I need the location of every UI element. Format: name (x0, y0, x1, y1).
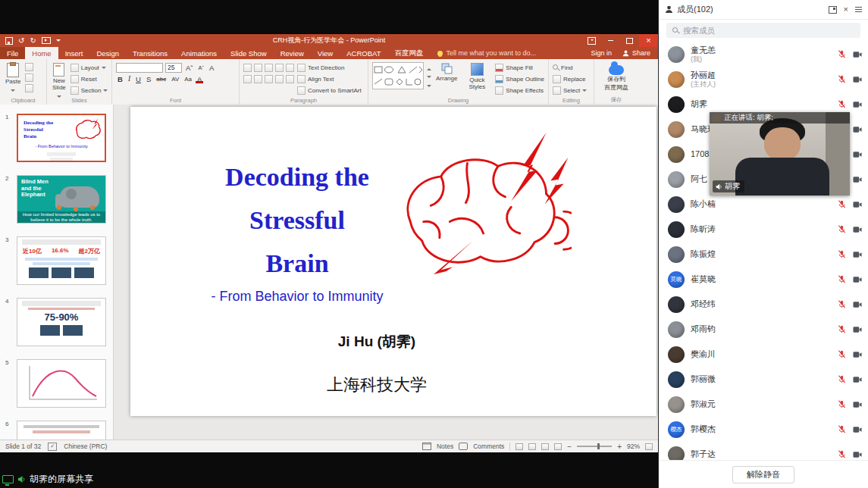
sign-in-link[interactable]: Sign in (591, 49, 612, 57)
slide-thumbnail-1[interactable]: Decoding the Stressful Brain - From Beha… (17, 114, 106, 162)
section-button[interactable]: Section (71, 86, 108, 95)
slide-thumbnail-2[interactable]: Blind Men and the Elephant How our limit… (17, 175, 106, 224)
ribbon-tab[interactable]: Design (89, 47, 126, 59)
member-row[interactable]: 孙丽超 (主持人) (659, 67, 868, 92)
ribbon-tab[interactable]: Review (274, 47, 311, 59)
find-button[interactable]: Find (553, 63, 587, 72)
zoom-slider-handle[interactable] (597, 443, 600, 449)
bullets-icon[interactable] (243, 64, 252, 72)
align-text-button[interactable]: Align Text (297, 74, 362, 83)
search-input[interactable] (666, 23, 860, 38)
speaker-video[interactable]: 正在讲话: 胡霁; 胡霁 (710, 112, 850, 196)
close-panel-icon[interactable]: × (844, 5, 848, 14)
camera-icon[interactable] (853, 176, 862, 183)
comments-icon[interactable] (459, 443, 468, 450)
shrink-font-icon[interactable]: Aˇ (197, 64, 206, 71)
arrange-button[interactable]: Arrange (434, 62, 459, 83)
close-button[interactable]: × (639, 34, 658, 47)
align-right-icon[interactable] (265, 75, 273, 83)
mic-muted-icon[interactable] (838, 375, 846, 383)
mic-muted-icon[interactable] (838, 275, 846, 283)
mic-muted-icon[interactable] (838, 50, 846, 58)
mic-muted-icon[interactable] (838, 225, 846, 233)
mic-muted-icon[interactable] (838, 100, 846, 108)
camera-icon[interactable] (853, 251, 862, 258)
mic-muted-icon[interactable] (838, 425, 846, 433)
member-row[interactable]: 樊渝川 (659, 342, 868, 367)
shapes-scroll[interactable] (427, 62, 431, 91)
quick-styles-button[interactable]: Quick Styles (462, 62, 492, 92)
font-size-combo[interactable]: 25 (165, 63, 182, 73)
camera-icon[interactable] (853, 326, 862, 333)
columns-icon[interactable] (286, 75, 294, 83)
tell-me-box[interactable]: Tell me what you want to do... (430, 47, 544, 59)
slide-thumbnail-6[interactable] (17, 421, 106, 440)
ribbon-tab[interactable]: 百度网盘 (387, 47, 430, 59)
unmute-button[interactable]: 解除静音 (732, 466, 794, 483)
grow-font-icon[interactable]: Aˆ (184, 64, 195, 72)
font-color-button[interactable]: A (196, 75, 203, 83)
member-row[interactable]: 邓经纬 (659, 292, 868, 317)
reading-view-icon[interactable] (541, 443, 549, 450)
shapes-gallery[interactable] (372, 62, 424, 89)
bold-button[interactable]: B (116, 75, 124, 83)
notes-button[interactable]: Notes (437, 443, 453, 450)
justify-icon[interactable] (275, 75, 284, 83)
member-row[interactable]: 童无恙 (我) (659, 42, 868, 67)
member-row[interactable]: 邓雨钧 (659, 317, 868, 342)
shape-effects-button[interactable]: Shape Effects (495, 86, 544, 95)
menu-icon[interactable] (855, 7, 862, 12)
share-button[interactable]: Share (622, 49, 650, 57)
text-shadow-button[interactable]: S (145, 75, 152, 83)
member-row[interactable]: 郭子达 (659, 442, 868, 461)
undo-icon[interactable]: ↺ (18, 37, 24, 45)
member-row[interactable]: 陈振煌 (659, 242, 868, 267)
mic-muted-icon[interactable] (838, 300, 846, 308)
text-direction-button[interactable]: Text Direction (297, 63, 362, 72)
new-slide-button[interactable]: New Slide (51, 62, 67, 101)
replace-button[interactable]: Replace (553, 74, 587, 83)
ribbon-tab[interactable]: Insert (58, 47, 90, 59)
member-row[interactable]: 郭淑元 (659, 392, 868, 417)
camera-icon[interactable] (853, 426, 862, 433)
ribbon-tab[interactable]: Slide Show (224, 47, 274, 59)
member-row[interactable]: 莫晓 崔莫晓 (659, 267, 868, 292)
ribbon-tab[interactable]: File (0, 47, 25, 59)
share-banner[interactable]: 胡霁的屏幕共享 (2, 473, 93, 486)
strikethrough-button[interactable]: abc (155, 76, 168, 83)
member-row[interactable]: 陈昕涛 (659, 217, 868, 242)
spellcheck-icon[interactable]: ✓ (48, 443, 57, 451)
mic-muted-icon[interactable] (838, 325, 846, 333)
ribbon-tab[interactable]: ACROBAT (340, 47, 387, 59)
maximize-button[interactable] (620, 34, 639, 47)
ribbon-options-button[interactable] (582, 34, 601, 47)
format-painter-icon[interactable] (25, 84, 33, 92)
mic-muted-icon[interactable] (838, 75, 846, 83)
shape-outline-button[interactable]: Shape Outline (495, 74, 544, 83)
mic-muted-icon[interactable] (838, 350, 846, 358)
numbering-icon[interactable] (254, 64, 262, 72)
normal-view-icon[interactable] (515, 443, 523, 450)
smartart-button[interactable]: Convert to SmartArt (297, 86, 362, 95)
camera-icon[interactable] (853, 151, 862, 158)
cut-icon[interactable] (25, 63, 33, 71)
zoom-slider[interactable] (577, 446, 612, 447)
popout-icon[interactable] (829, 6, 837, 14)
slide-thumbnail-3[interactable]: 近10亿 16.6% 超2万亿 (17, 236, 106, 285)
fit-to-window-icon[interactable] (645, 443, 653, 450)
camera-icon[interactable] (853, 301, 862, 308)
zoom-in-button[interactable]: + (617, 443, 622, 451)
comments-button[interactable]: Comments (473, 443, 504, 450)
member-row[interactable]: 郭丽微 (659, 367, 868, 392)
slideshow-icon[interactable] (42, 37, 51, 44)
reset-button[interactable]: Reset (71, 74, 108, 83)
slide-thumbnail-5[interactable] (17, 359, 106, 408)
shape-fill-button[interactable]: Shape Fill (495, 63, 544, 72)
line-spacing-icon[interactable] (286, 64, 294, 72)
camera-icon[interactable] (853, 126, 862, 133)
language-indicator[interactable]: Chinese (PRC) (64, 443, 107, 450)
increase-indent-icon[interactable] (275, 64, 284, 72)
baidu-save-button[interactable]: 保存到 百度网盘 (603, 62, 630, 92)
ribbon-tab[interactable]: Home (25, 47, 58, 59)
character-spacing-button[interactable]: AV (170, 76, 180, 83)
